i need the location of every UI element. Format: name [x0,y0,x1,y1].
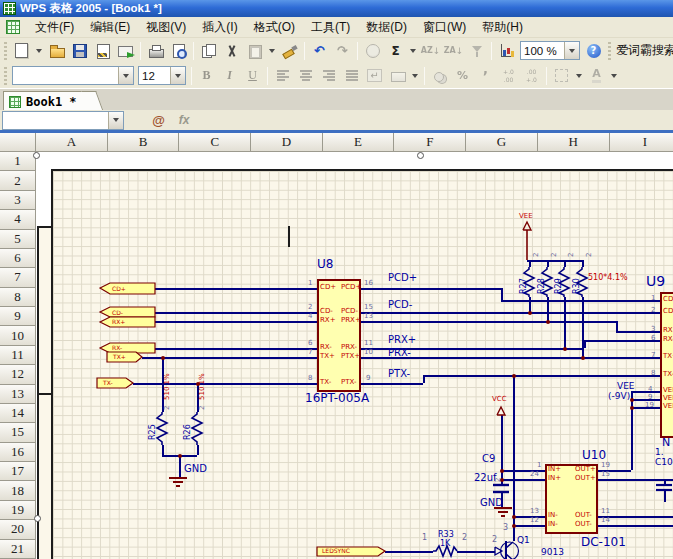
row-header-18[interactable]: 18 [0,481,36,500]
bold-button[interactable] [195,65,218,86]
column-header-H[interactable]: H [538,133,610,152]
at-icon[interactable]: @ [152,113,165,128]
font-size-select-dropdown-icon[interactable] [170,67,185,84]
copy-button[interactable] [197,40,220,61]
dropdown-caret-icon[interactable] [608,65,620,86]
column-header-F[interactable]: F [394,133,466,152]
increase-decimal-button[interactable] [497,65,520,86]
dropdown-caret-icon[interactable] [266,40,278,61]
autosum-button[interactable] [384,40,407,61]
italic-button[interactable] [218,65,241,86]
hyperlink-button[interactable] [361,40,384,61]
toolbar-grip[interactable] [4,67,7,85]
row-header-8[interactable]: 8 [0,288,36,307]
column-header-C[interactable]: C [179,133,251,152]
column-header-B[interactable]: B [108,133,180,152]
wrap-text-button[interactable] [363,65,386,86]
row-header-12[interactable]: 12 [0,365,36,384]
font-name-select-dropdown-icon[interactable] [118,67,133,84]
comma-style-button[interactable] [474,65,497,86]
column-header-G[interactable]: G [466,133,538,152]
borders-button[interactable] [550,65,573,86]
row-header-5[interactable]: 5 [0,230,36,249]
row-header-6[interactable]: 6 [0,249,36,268]
redo-button[interactable] [331,40,354,61]
select-all-corner[interactable] [0,133,36,152]
font-color-button[interactable] [585,65,608,86]
currency-button[interactable] [428,65,451,86]
toolbar-grip[interactable] [4,42,7,60]
font-size-select[interactable]: 12 [138,66,186,85]
row-header-15[interactable]: 15 [0,423,36,442]
paste-button[interactable] [243,40,266,61]
align-justify-button[interactable] [340,65,363,86]
row-header-14[interactable]: 14 [0,404,36,423]
column-header-A[interactable]: A [36,133,108,152]
tab-book1[interactable]: Book1 * [3,91,91,111]
row-header-1[interactable]: 1 [0,152,36,171]
align-right-button[interactable] [317,65,340,86]
decrease-decimal-button[interactable] [520,65,543,86]
dropdown-caret-icon[interactable] [409,65,421,86]
object-selection-handle[interactable] [34,515,41,522]
align-left-button[interactable] [271,65,294,86]
save-button[interactable] [68,40,91,61]
object-selection-handle[interactable] [33,152,40,159]
new-document-button[interactable] [10,40,33,61]
toolbar-grip[interactable] [608,42,611,60]
embedded-schematic-object[interactable]: U816PT-005APCD+PCD-PRX+PRX-PTX-CD+CD-RX+… [36,152,673,559]
row-header-21[interactable]: 21 [0,540,36,559]
row-header-13[interactable]: 13 [0,385,36,404]
font-name-select[interactable] [12,66,134,85]
menu-window[interactable]: 窗口(W) [415,17,474,38]
dropdown-caret-icon[interactable] [407,40,419,61]
row-header-7[interactable]: 7 [0,268,36,287]
row-header-2[interactable]: 2 [0,171,36,190]
menu-view[interactable]: 视图(V) [138,17,194,38]
row-header-11[interactable]: 11 [0,346,36,365]
percent-style-button[interactable] [451,65,474,86]
chart-button[interactable] [495,40,518,61]
sort-descending-button[interactable] [442,40,465,61]
row-header-10[interactable]: 10 [0,326,36,345]
zoom-select[interactable]: 100 % [520,41,580,60]
fx-icon[interactable]: fx [179,113,190,127]
open-button[interactable] [45,40,68,61]
dropdown-caret-icon[interactable] [33,40,45,61]
name-box-dropdown-icon[interactable] [108,112,123,129]
column-header-E[interactable]: E [323,133,395,152]
name-box[interactable] [2,111,124,130]
format-painter-button[interactable] [278,40,301,61]
dropdown-caret-icon[interactable] [573,65,585,86]
print-button[interactable] [144,40,167,61]
send-email-button[interactable] [114,40,137,61]
row-header-4[interactable]: 4 [0,210,36,229]
undo-button[interactable] [308,40,331,61]
row-header-16[interactable]: 16 [0,443,36,462]
align-center-button[interactable] [294,65,317,86]
zoom-select-dropdown-icon[interactable] [564,42,579,59]
export-button[interactable] [91,40,114,61]
underline-button[interactable] [241,65,264,86]
help-button[interactable] [582,40,605,61]
cut-button[interactable] [220,40,243,61]
menu-edit[interactable]: 编辑(E) [82,17,138,38]
column-header-D[interactable]: D [251,133,323,152]
iciba-search-label[interactable]: 爱词霸搜索: [616,42,673,59]
menu-format[interactable]: 格式(O) [246,17,303,38]
row-header-19[interactable]: 19 [0,501,36,520]
object-selection-handle[interactable] [417,152,424,159]
row-header-17[interactable]: 17 [0,462,36,481]
menu-insert[interactable]: 插入(I) [194,17,245,38]
menu-file[interactable]: 文件(F) [27,17,82,38]
filter-button[interactable] [465,40,488,61]
row-header-9[interactable]: 9 [0,307,36,326]
row-header-3[interactable]: 3 [0,191,36,210]
menu-data[interactable]: 数据(D) [358,17,415,38]
merge-cells-button[interactable] [386,65,409,86]
sort-ascending-button[interactable] [419,40,442,61]
menu-help[interactable]: 帮助(H) [474,17,531,38]
column-header-I[interactable]: I [610,133,673,152]
print-preview-button[interactable] [167,40,190,61]
menu-tools[interactable]: 工具(T) [303,17,358,38]
